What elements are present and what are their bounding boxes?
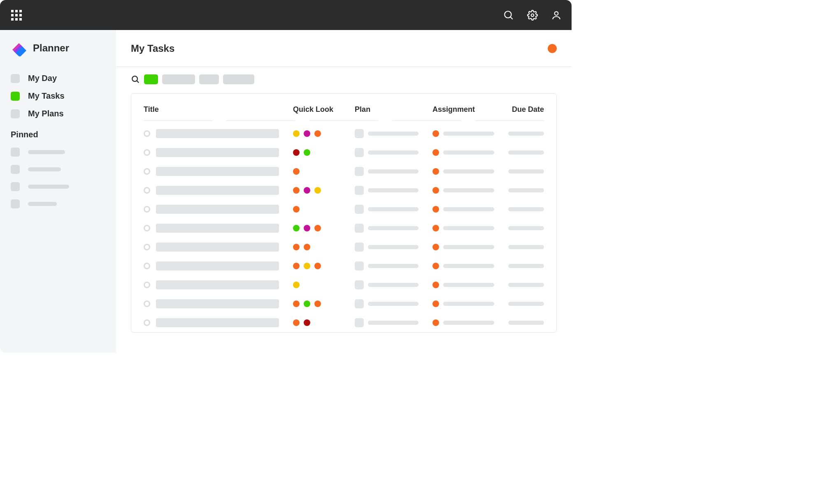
due-placeholder [508, 169, 544, 173]
svg-line-1 [510, 17, 512, 19]
complete-toggle[interactable] [144, 225, 150, 231]
assignee-avatar [432, 187, 439, 194]
quicklook-dot [293, 168, 300, 175]
complete-toggle[interactable] [144, 263, 150, 269]
col-due[interactable]: Due Date [508, 105, 544, 114]
task-title-placeholder [156, 243, 279, 252]
quicklook-dot [293, 244, 300, 250]
search-icon[interactable] [503, 10, 514, 21]
table-header: Title Quick Look Plan Assignment Due Dat… [144, 105, 544, 114]
planner-logo-icon [11, 40, 27, 56]
assignee-avatar [432, 206, 439, 213]
due-placeholder [508, 302, 544, 306]
complete-toggle[interactable] [144, 130, 150, 137]
assignee-avatar [432, 263, 439, 269]
quicklook-cell [293, 282, 341, 288]
table-row[interactable] [144, 143, 544, 162]
quicklook-cell [293, 263, 341, 269]
svg-point-0 [504, 11, 511, 18]
filter-chip[interactable] [162, 74, 195, 84]
status-dot[interactable] [548, 44, 557, 53]
pinned-label-placeholder [28, 202, 57, 206]
filter-chip[interactable] [199, 74, 219, 84]
quicklook-dot [304, 301, 310, 307]
table-row[interactable] [144, 124, 544, 143]
due-placeholder [508, 264, 544, 268]
quicklook-dot [293, 187, 300, 194]
quicklook-dot [293, 301, 300, 307]
nav-label: My Tasks [28, 91, 65, 101]
app-launcher-icon[interactable] [10, 9, 23, 22]
table-row[interactable] [144, 181, 544, 200]
filter-chip[interactable] [144, 74, 158, 84]
gear-icon[interactable] [527, 10, 538, 21]
task-title-placeholder [156, 129, 279, 138]
assignee-avatar [432, 130, 439, 137]
pinned-label-placeholder [28, 167, 61, 171]
quicklook-dot [293, 225, 300, 231]
sidebar-item-my-tasks[interactable]: My Tasks [8, 87, 108, 105]
quicklook-cell [293, 244, 341, 250]
quicklook-cell [293, 206, 341, 213]
task-title-placeholder [156, 148, 279, 157]
filter-bar [116, 67, 572, 87]
col-quicklook[interactable]: Quick Look [293, 105, 341, 114]
plan-color-icon [355, 299, 364, 308]
table-row[interactable] [144, 313, 544, 332]
pinned-label-placeholder [28, 150, 65, 154]
plan-placeholder [368, 264, 418, 268]
quicklook-dot [293, 206, 300, 213]
complete-toggle[interactable] [144, 168, 150, 175]
task-title-placeholder [156, 224, 279, 233]
plan-color-icon [355, 318, 364, 327]
pinned-item[interactable] [8, 195, 108, 213]
table-row[interactable] [144, 275, 544, 294]
complete-toggle[interactable] [144, 187, 150, 194]
assignee-placeholder [443, 207, 494, 211]
complete-toggle[interactable] [144, 149, 150, 156]
task-table: Title Quick Look Plan Assignment Due Dat… [131, 93, 557, 333]
svg-line-5 [137, 81, 139, 83]
task-title-placeholder [156, 186, 279, 195]
main: My Tasks Title Quick Look Plan Assignmen… [116, 30, 572, 353]
plan-placeholder [368, 302, 418, 306]
sidebar-item-my-plans[interactable]: My Plans [8, 105, 108, 123]
quicklook-dot [304, 225, 310, 231]
topbar-actions [503, 10, 562, 21]
quicklook-dot [304, 187, 310, 194]
table-row[interactable] [144, 238, 544, 257]
col-plan[interactable]: Plan [355, 105, 418, 114]
plan-placeholder [368, 132, 418, 136]
quicklook-cell [293, 130, 341, 137]
plan-color-icon [355, 148, 364, 157]
sidebar-item-my-day[interactable]: My Day [8, 69, 108, 87]
plan-color-icon [355, 129, 364, 138]
nav-label: My Plans [28, 109, 64, 118]
table-row[interactable] [144, 162, 544, 181]
pinned-item[interactable] [8, 143, 108, 161]
complete-toggle[interactable] [144, 301, 150, 307]
assignee-placeholder [443, 283, 494, 287]
table-row[interactable] [144, 219, 544, 238]
table-row[interactable] [144, 200, 544, 219]
user-icon[interactable] [551, 10, 562, 21]
col-assignment[interactable]: Assignment [432, 105, 494, 114]
complete-toggle[interactable] [144, 319, 150, 326]
search-icon[interactable] [131, 75, 140, 84]
plan-placeholder [368, 226, 418, 230]
brand: Planner [8, 40, 108, 56]
table-row[interactable] [144, 257, 544, 275]
quicklook-dot [314, 130, 321, 137]
pinned-item[interactable] [8, 178, 108, 195]
filter-chip[interactable] [223, 74, 254, 84]
assignee-placeholder [443, 245, 494, 249]
brand-name: Planner [33, 42, 69, 54]
complete-toggle[interactable] [144, 282, 150, 288]
col-title[interactable]: Title [144, 105, 279, 114]
complete-toggle[interactable] [144, 206, 150, 213]
quicklook-cell [293, 168, 341, 175]
complete-toggle[interactable] [144, 244, 150, 250]
pinned-item[interactable] [8, 161, 108, 178]
table-row[interactable] [144, 294, 544, 313]
plan-color-icon [355, 167, 364, 176]
